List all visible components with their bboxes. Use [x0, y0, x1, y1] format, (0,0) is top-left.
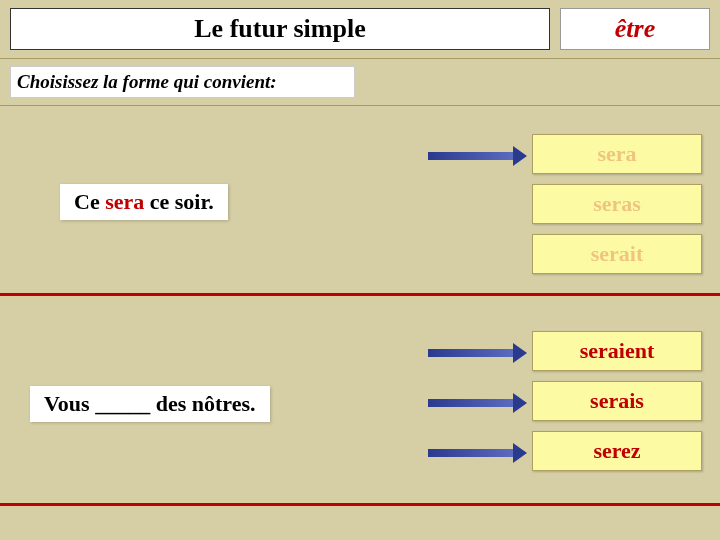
option-1b[interactable]: seras [532, 184, 702, 224]
sentence-2: Vous _____ des nôtres. [30, 386, 270, 422]
arrow-icon [428, 399, 514, 407]
question-group-2: Vous _____ des nôtres. seraient serais s… [0, 296, 720, 506]
verb-box: être [560, 8, 710, 50]
arrow-icon [428, 152, 514, 160]
option-1a[interactable]: sera [532, 134, 702, 174]
verb-label: être [615, 14, 655, 44]
option-2b[interactable]: serais [532, 381, 702, 421]
sentence-1-post: ce soir. [144, 189, 213, 214]
sentence-1-hl: sera [105, 189, 144, 214]
sentence-2-pre: Vous [44, 391, 95, 416]
title-box: Le futur simple [10, 8, 550, 50]
option-2c[interactable]: serez [532, 431, 702, 471]
sentence-1-pre: Ce [74, 189, 105, 214]
question-group-1: Ce sera ce soir. sera seras serait [0, 106, 720, 296]
sentence-2-hl: _____ [95, 391, 150, 416]
instruction-text: Choisissez la forme qui convient: [10, 66, 355, 98]
page-title: Le futur simple [194, 14, 365, 44]
sentence-2-post: des nôtres. [150, 391, 255, 416]
sentence-1: Ce sera ce soir. [60, 184, 228, 220]
arrow-icon [428, 349, 514, 357]
option-1c[interactable]: serait [532, 234, 702, 274]
option-2a[interactable]: seraient [532, 331, 702, 371]
arrow-icon [428, 449, 514, 457]
